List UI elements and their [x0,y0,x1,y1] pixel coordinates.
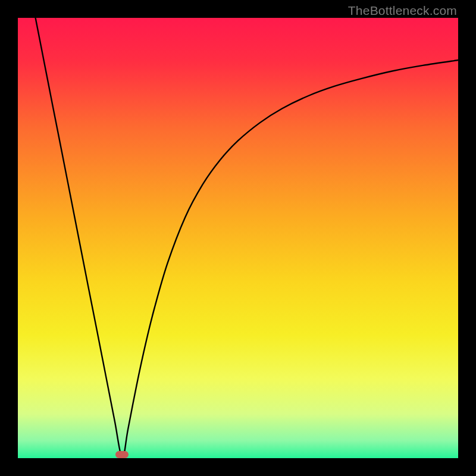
minimum-marker [115,451,129,458]
plot-area [18,18,458,458]
bottleneck-curve [18,18,458,458]
chart-frame: TheBottleneck.com [0,0,476,476]
watermark-text: TheBottleneck.com [348,4,457,18]
